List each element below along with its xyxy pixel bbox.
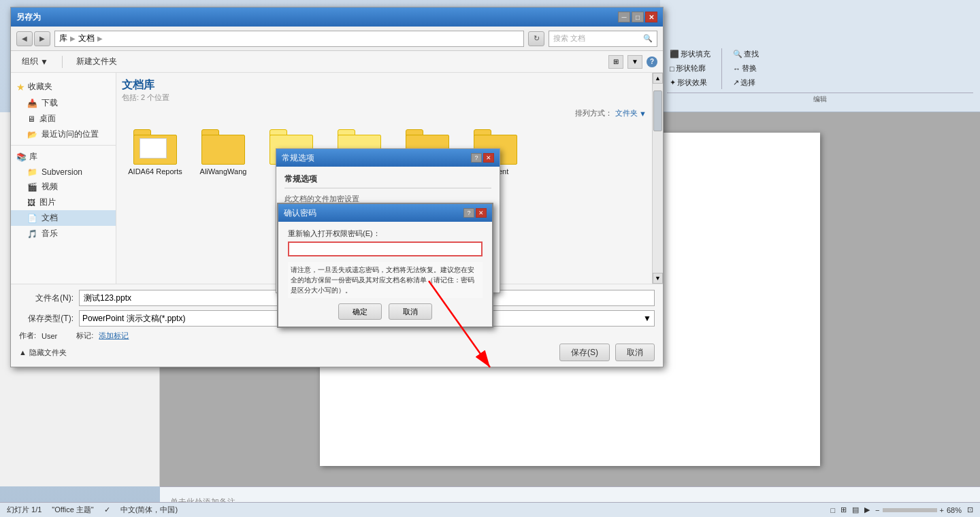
content-header: 文档库 包括: 2 个位置 [122,78,647,103]
fit-window-btn[interactable]: ⊡ [967,505,973,514]
pictures-label: 图片 [39,197,56,208]
scroll-track[interactable] [653,84,663,273]
list-item[interactable]: AIDA64 Reports [125,127,186,186]
back-button[interactable]: ◀ [16,31,33,46]
libraries-icon: 📚 [16,152,27,162]
view-icon-btn[interactable]: ⊞ [608,55,623,69]
zoom-in-btn[interactable]: + [940,506,944,514]
folder-icon-big [201,129,245,165]
nav-buttons: ◀ ▶ [16,31,50,46]
scrollbar[interactable]: ▲ ▼ [652,73,663,284]
status-bar-right: □ ⊞ ▤ ▶ − + 68% ⊡ [830,505,973,514]
find-btn[interactable]: 🔍 查找 [730,48,762,61]
status-bar: 幻灯片 1/1 "Office 主题" ✓ 中文(简体，中国) □ ⊞ ▤ ▶ … [0,502,980,517]
music-icon: 🎵 [27,229,37,239]
shape-fill-btn[interactable]: ⬛ 形状填充 [667,48,713,61]
ribbon-separator [721,48,722,89]
nav-item-desktop[interactable]: 🖥 桌面 [11,111,116,127]
minimize-button[interactable]: ─ [618,12,630,22]
video-label: 视频 [42,181,58,193]
favorites-header[interactable]: ★ 收藏夹 [11,78,116,95]
organize-button[interactable]: 组织 ▼ [16,54,54,69]
libraries-label: 库 [29,151,37,163]
hide-folders-button[interactable]: ▲ 隐藏文件夹 [19,348,67,358]
sort-dropdown[interactable]: 文件夹 ▼ [615,108,647,118]
list-item[interactable]: AliWangWang [193,127,254,186]
maximize-button[interactable]: □ [632,12,644,22]
nav-item-documents[interactable]: 📄 文档 [11,210,116,226]
shape-outline-btn[interactable]: □ 形状轮廓 [667,62,713,75]
confirm-pwd-help[interactable]: ? [463,208,474,218]
zoom-out-btn[interactable]: − [875,506,879,514]
nav-item-download[interactable]: 📥 下载 [11,95,116,111]
view-controls-right: ⊞ ▼ ? [608,55,657,69]
confirm-pwd-controls: ? ✕ [463,208,487,218]
confirm-pwd-close[interactable]: ✕ [476,208,487,218]
filetype-value: PowerPoint 演示文稿(*.pptx) [82,313,185,324]
scroll-thumb[interactable] [653,90,662,131]
address-box[interactable]: 库 ▶ 文档 ▶ [54,31,524,47]
nav-item-video[interactable]: 🎬 视频 [11,179,116,195]
address-bar: ◀ ▶ 库 ▶ 文档 ▶ ↻ 搜索 文档 🔍 [11,27,663,51]
refresh-button[interactable]: ↻ [528,31,544,46]
nav-item-subversion[interactable]: 📁 Subversion [11,165,116,179]
slide-info: 幻灯片 1/1 [7,505,42,515]
ribbon-group-label: 编辑 [667,93,973,104]
confirm-password-input[interactable] [288,241,483,256]
opts-section-title: 常规选项 [284,173,491,188]
dialog-toolbar: 组织 ▼ 新建文件夹 ⊞ ▼ ? [11,51,663,73]
ribbon-section: ⬛ 形状填充 □ 形状轮廓 ✦ 形状效果 🔍 查找 [667,48,973,104]
confirm-pwd-body: 重新输入打开权限密码(E)： 请注意，一旦丢失或遗忘密码，文档将无法恢复。建议您… [278,222,492,327]
star-icon: ★ [16,82,25,93]
libraries-header[interactable]: 📚 库 [11,148,116,165]
confirm-label: 重新输入打开权限密码(E)： [288,229,483,239]
shape-effect-btn[interactable]: ✦ 形状效果 [667,76,713,89]
select-btn[interactable]: ↗ 选择 [730,76,762,89]
theme-info: "Office 主题" [52,505,93,515]
folder-icon-big [133,129,177,165]
content-title: 文档库 [122,78,647,93]
search-box[interactable]: 搜索 文档 🔍 [549,31,657,47]
general-opts-close[interactable]: ✕ [483,153,494,163]
path-documents: 文档 [78,33,95,44]
filename-label: 文件名(N): [19,293,74,304]
replace-btn[interactable]: ↔ 替换 [730,62,762,75]
general-opts-controls: ? ✕ [471,153,494,163]
nav-item-pictures[interactable]: 🖼 图片 [11,195,116,210]
filetype-label: 保存类型(T): [19,313,74,324]
scroll-down-arrow[interactable]: ▼ [653,273,663,284]
view-slideshow-btn[interactable]: ▶ [864,505,870,514]
tags-link[interactable]: 添加标记 [99,331,129,341]
save-button[interactable]: 保存(S) [559,344,610,361]
author-value: User [42,332,57,340]
nav-divider [11,145,116,146]
zoom-slider[interactable] [883,508,937,512]
download-label: 下载 [42,97,58,109]
filetype-arrow-icon: ▼ [643,314,651,323]
cancel-button[interactable]: 取消 [615,344,655,361]
new-folder-button[interactable]: 新建文件夹 [71,54,122,69]
desktop-icon: 🖥 [27,114,35,124]
general-opts-titlebar: 常规选项 ? ✕ [276,149,500,167]
forward-button[interactable]: ▶ [34,31,50,46]
hide-folders-label: 隐藏文件夹 [29,348,67,358]
sort-bar: 排列方式： 文件夹 ▼ [122,108,647,118]
view-sorter-btn[interactable]: ⊞ [840,505,847,514]
favorites-label: 收藏夹 [28,81,52,93]
subversion-icon: 📁 [27,167,37,177]
view-normal-btn[interactable]: □ [830,506,835,514]
confirm-warning: 请注意，一旦丢失或遗忘密码，文档将无法恢复。建议您在安全的地方保留一份密码及其对… [288,262,483,298]
confirm-cancel-button[interactable]: 取消 [389,303,432,320]
view-arrow-btn[interactable]: ▼ [627,55,642,69]
confirm-pwd-titlebar: 确认密码 ? ✕ [278,204,492,222]
scroll-up-arrow[interactable]: ▲ [653,73,663,84]
nav-item-recent[interactable]: 📂 最近访问的位置 [11,127,116,142]
view-reading-btn[interactable]: ▤ [852,505,859,514]
nav-item-music[interactable]: 🎵 音乐 [11,226,116,241]
help-icon[interactable]: ? [647,56,657,67]
general-opts-help[interactable]: ? [471,153,482,163]
close-button[interactable]: ✕ [645,12,657,22]
confirm-ok-button[interactable]: 确定 [338,303,382,320]
ribbon-row-shapes: ⬛ 形状填充 □ 形状轮廓 ✦ 形状效果 🔍 查找 [667,48,973,89]
pictures-icon: 🖼 [27,198,35,207]
